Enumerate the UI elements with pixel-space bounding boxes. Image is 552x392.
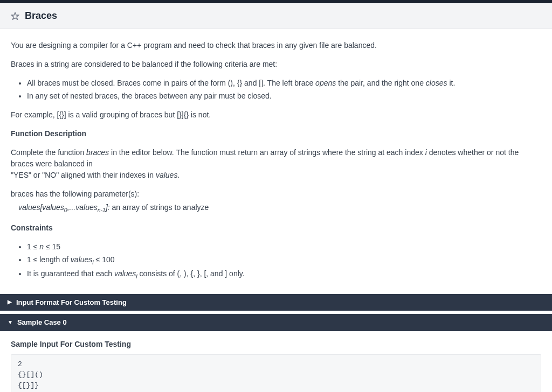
criteria-list: All braces must be closed. Braces come i…: [11, 78, 541, 102]
star-icon[interactable]: [11, 12, 19, 20]
accordion-sample-case-0[interactable]: ▼ Sample Case 0: [0, 314, 552, 331]
param-line: values[values0,...valuesn-1]: an array o…: [11, 202, 541, 215]
svg-marker-0: [11, 12, 18, 19]
sample-input-head: Sample Input For Custom Testing: [11, 339, 541, 350]
constraints-list: 1 ≤ n ≤ 15 1 ≤ length of valuesi ≤ 100 I…: [11, 241, 541, 281]
criteria-intro: Braces in a string are considered to be …: [11, 59, 541, 70]
intro-paragraph: You are designing a compiler for a C++ p…: [11, 40, 541, 51]
constraint-item-2: 1 ≤ length of valuesi ≤ 100: [27, 254, 541, 267]
accordion-label: Sample Case 0: [17, 317, 67, 328]
triangle-right-icon: ▶: [8, 299, 12, 305]
function-description-head: Function Description: [11, 128, 541, 139]
sample-case-0-body: Sample Input For Custom Testing 2 {}[]()…: [0, 331, 552, 392]
criteria-item-2: In any set of nested braces, the braces …: [27, 90, 541, 102]
accordion-label: Input Format For Custom Testing: [16, 297, 127, 308]
problem-header: Braces: [0, 3, 552, 29]
params-intro: braces has the following parameter(s):: [11, 188, 541, 200]
sample-input-code: 2 {}[]() {[}]}: [11, 354, 541, 392]
accordion-input-format[interactable]: ▶ Input Format For Custom Testing: [0, 294, 552, 311]
function-description-body: Complete the function braces in the edit…: [11, 147, 541, 181]
triangle-down-icon: ▼: [8, 320, 13, 325]
constraints-head: Constraints: [11, 222, 541, 234]
problem-title: Braces: [25, 9, 57, 23]
criteria-item-1: All braces must be closed. Braces come i…: [27, 78, 541, 89]
problem-content: You are designing a compiler for a C++ p…: [0, 29, 552, 291]
example-paragraph: For example, [{}] is a valid grouping of…: [11, 109, 541, 121]
constraint-item-1: 1 ≤ n ≤ 15: [27, 241, 541, 253]
constraint-item-3: It is guaranteed that each valuesi consi…: [27, 268, 541, 281]
